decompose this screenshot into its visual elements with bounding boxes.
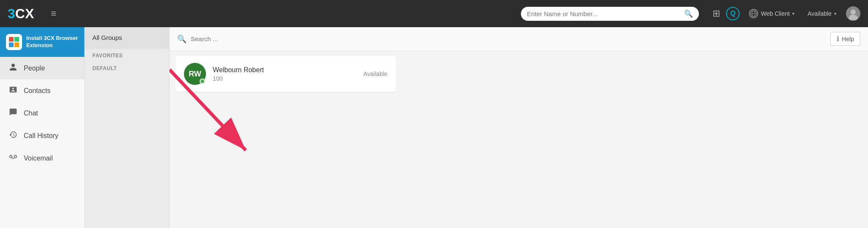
sidebar-item-people[interactable]: People [0,57,84,79]
sidebar-item-call-history[interactable]: Call History [0,124,84,147]
status-dot [200,79,205,84]
globe-icon [749,9,758,18]
call-history-label: Call History [24,132,58,140]
sidebar-item-chat[interactable]: Chat [0,102,84,124]
help-button[interactable]: ℹ Help [830,32,860,46]
hamburger-menu-button[interactable]: ≡ [47,5,60,23]
grid-menu-icon[interactable]: ⊞ [712,8,720,19]
people-icon [8,63,18,73]
default-section-label: DEFAULT [85,61,169,74]
contact-card[interactable]: RW Welbourn Robert 100 Available [175,56,396,92]
content-search-input[interactable] [191,35,825,42]
sidebar-item-contacts[interactable]: Contacts [0,79,84,102]
svg-rect-7 [9,42,14,47]
groups-panel: All Groups FAVORITES DEFAULT [85,27,170,228]
chat-icon [8,108,18,118]
help-label: Help [842,36,854,42]
favorites-section-label: FAVORITES [85,48,169,61]
queue-icon[interactable]: Q [726,7,740,20]
user-avatar[interactable] [846,6,860,21]
content-header: 🔍 ℹ Help [170,27,868,51]
webclient-chevron-icon: ▾ [792,11,795,17]
svg-rect-5 [9,37,14,42]
global-search-input[interactable] [527,10,680,17]
availability-chevron-icon: ▾ [834,11,837,17]
global-search-icon: 🔍 [684,9,693,18]
webclient-label: Web Client [761,10,790,17]
contacts-label: Contacts [24,87,50,95]
voicemail-label: Voicemail [24,155,53,162]
content-wrapper: 🔍 ℹ Help RW Welbourn Robert 100 [170,27,868,228]
call-history-icon [8,130,18,141]
content-search-icon: 🔍 [177,34,186,44]
sidebar: Install 3CX Browser Extension People Con… [0,27,85,228]
people-label: People [24,65,45,72]
contact-extension: 100 [213,75,356,82]
install-icon [6,34,22,50]
all-groups-button[interactable]: All Groups [85,27,169,48]
svg-point-4 [849,15,857,20]
svg-rect-6 [14,37,19,42]
sidebar-item-voicemail[interactable]: Voicemail [0,147,84,169]
contact-name: Welbourn Robert [213,66,356,74]
help-icon: ℹ [837,35,839,43]
app-logo: 3CX. [8,6,36,22]
contact-avatar: RW [184,63,206,85]
app-header: 3CX. ≡ 🔍 ⊞ Q Web Client ▾ Available ▾ [0,0,868,27]
chat-label: Chat [24,110,38,117]
svg-point-3 [851,9,856,14]
content-area: 🔍 ℹ Help RW Welbourn Robert 100 [170,27,868,228]
header-icons: ⊞ Q Web Client ▾ Available ▾ [712,6,860,21]
install-banner-text: Install 3CX Browser Extension [26,35,78,49]
contacts-icon [8,85,18,96]
availability-label: Available [807,10,832,17]
contact-initials: RW [189,70,201,79]
global-search-bar[interactable]: 🔍 [521,7,699,21]
main-layout: Install 3CX Browser Extension People Con… [0,27,868,228]
content-search[interactable]: 🔍 [177,34,825,44]
availability-button[interactable]: Available ▾ [804,8,840,19]
contact-status: Available [363,70,387,77]
contact-list: RW Welbourn Robert 100 Available [170,51,868,100]
contact-info: Welbourn Robert 100 [213,66,356,82]
voicemail-icon [8,153,18,163]
install-banner[interactable]: Install 3CX Browser Extension [0,27,84,57]
svg-rect-8 [14,42,19,47]
webclient-button[interactable]: Web Client ▾ [746,7,798,20]
